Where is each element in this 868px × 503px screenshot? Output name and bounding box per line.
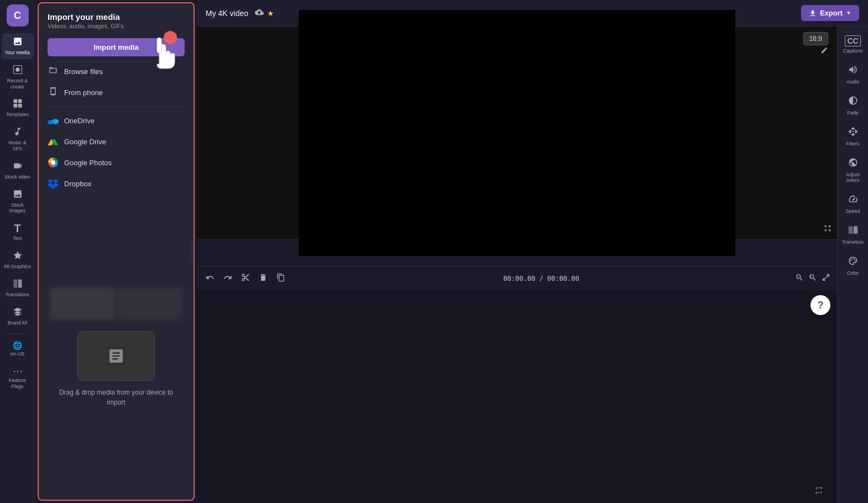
aspect-ratio-badge[interactable]: 16:9 (803, 32, 828, 45)
stock-video-icon (13, 161, 23, 172)
filters-icon (848, 127, 858, 139)
svg-rect-3 (18, 99, 22, 103)
sidebar-item-label-record: Record & create (4, 78, 32, 90)
sidebar-item-stock-images[interactable]: Stock images (2, 186, 34, 218)
browse-files-option[interactable]: Browse files (39, 61, 194, 82)
music-sfx-icon (13, 127, 23, 138)
copy-button[interactable] (274, 271, 287, 286)
svg-point-24 (853, 259, 854, 260)
svg-rect-4 (13, 104, 17, 108)
google-photos-option[interactable]: Google Photos (39, 152, 194, 173)
icon-sidebar: C Your media Record & create Templates M… (0, 0, 35, 503)
cut-button[interactable] (239, 271, 252, 286)
sidebar-item-brand-kit[interactable]: Brand kit (2, 303, 34, 329)
sidebar-item-text[interactable]: T Text (2, 219, 34, 245)
import-media-button[interactable]: Import media (48, 38, 185, 56)
rp-filters[interactable]: Filters (839, 122, 867, 151)
right-panel: CC Captions Audio Fade (837, 27, 868, 503)
from-phone-option[interactable]: From phone (39, 82, 194, 103)
stock-images-icon (13, 189, 23, 201)
collapse-panel-arrow[interactable]: ‹ (189, 240, 195, 263)
rp-adjust-colors-label: Adjust colors (841, 172, 865, 183)
feature-flags-icon: ⋯ (13, 366, 23, 376)
sidebar-item-en-us[interactable]: 🌐 en-US (2, 338, 34, 360)
sidebar-item-templates[interactable]: Templates (2, 95, 34, 121)
import-separator (48, 106, 185, 107)
drop-zone-area[interactable]: Drag & drop media from your device to im… (39, 194, 194, 500)
color-icon (848, 256, 858, 269)
import-panel: Import your media Videos, audio, images,… (38, 2, 195, 501)
timeline-tracks (197, 290, 837, 503)
browse-files-label: Browse files (64, 67, 103, 76)
undo-button[interactable] (203, 271, 217, 286)
sidebar-item-label-text: Text (13, 235, 22, 242)
expand-timeline-button[interactable] (822, 273, 830, 284)
sidebar-divider (7, 333, 29, 334)
google-drive-option[interactable]: Google Drive (39, 131, 194, 152)
fade-icon (848, 96, 858, 108)
drop-label: Drag & drop media from your device to im… (50, 387, 182, 407)
rp-color-label: Color (847, 270, 859, 276)
media-thumbs (50, 287, 182, 320)
browse-files-icon (48, 66, 59, 77)
main-content: My 4K video ★ Export ▼ 16:9 (197, 0, 868, 503)
graphics-icon (13, 250, 23, 262)
import-panel-title: Import your media (48, 12, 185, 22)
record-create-icon (13, 65, 23, 76)
video-right-section: 16:9 (197, 27, 868, 503)
onedrive-icon (48, 115, 59, 126)
sidebar-item-transitions[interactable]: Transitions (2, 275, 34, 301)
upload-icon (255, 8, 264, 18)
sidebar-item-label-stock-images: Stock images (4, 202, 32, 214)
sidebar-item-feature-flags[interactable]: ⋯ Feature Flags (2, 363, 34, 393)
en-us-icon: 🌐 (13, 342, 22, 349)
sidebar-item-record-create[interactable]: Record & create (2, 61, 34, 93)
adjust-colors-icon (848, 158, 858, 170)
sidebar-item-label-music: Music & SFX (4, 140, 32, 152)
sidebar-item-label-stock-video: Stock video (4, 174, 30, 180)
templates-icon (13, 98, 23, 110)
svg-point-23 (851, 259, 853, 260)
audio-icon (848, 65, 858, 77)
sidebar-item-graphics[interactable]: 88 Graphics (2, 247, 34, 273)
timeline-bar: 00:00.00 / 00:00.00 (197, 266, 837, 290)
from-phone-icon (48, 87, 59, 98)
rp-adjust-colors[interactable]: Adjust colors (839, 153, 867, 187)
onedrive-label: OneDrive (64, 117, 95, 125)
rp-speed-label: Speed (845, 208, 860, 214)
svg-point-17 (51, 160, 55, 165)
rp-audio-label: Audio (846, 79, 859, 85)
rp-fade[interactable]: Fade (839, 91, 867, 120)
dropbox-label: Dropbox (64, 180, 91, 188)
time-display: 00:00.00 / 00:00.00 (503, 275, 579, 282)
loop-button[interactable] (814, 485, 824, 497)
rp-captions[interactable]: CC Captions (839, 31, 867, 58)
rp-color[interactable]: Color (839, 252, 867, 280)
onedrive-option[interactable]: OneDrive (39, 110, 194, 131)
redo-button[interactable] (221, 271, 234, 286)
sidebar-item-your-media[interactable]: Your media (2, 33, 34, 59)
import-panel-subtitle: Videos, audio, images, GIFs (48, 23, 185, 29)
dropbox-option[interactable]: Dropbox (39, 173, 194, 194)
rp-transition[interactable]: Transition (839, 221, 867, 249)
sidebar-item-music-sfx[interactable]: Music & SFX (2, 123, 34, 155)
rp-speed[interactable]: Speed (839, 190, 867, 218)
delete-button[interactable] (257, 271, 270, 286)
rp-filters-label: Filters (846, 141, 860, 146)
zoom-fit-icon[interactable] (824, 224, 832, 234)
export-button[interactable]: Export ▼ (801, 5, 859, 21)
svg-point-1 (15, 67, 20, 72)
edit-pencil-icon[interactable] (820, 46, 828, 56)
transitions-icon (13, 279, 23, 290)
help-button[interactable]: ? (811, 295, 830, 315)
zoom-in-button[interactable] (808, 273, 817, 284)
rp-audio[interactable]: Audio (839, 60, 867, 89)
svg-marker-6 (13, 251, 22, 259)
app-logo[interactable]: C (7, 4, 29, 27)
zoom-out-button[interactable] (795, 273, 804, 284)
sidebar-item-stock-video[interactable]: Stock video (2, 158, 34, 184)
text-icon: T (14, 223, 20, 234)
sidebar-item-label-transitions: Transitions (6, 292, 30, 298)
svg-rect-8 (18, 279, 22, 287)
video-preview-area: 16:9 (197, 27, 837, 239)
